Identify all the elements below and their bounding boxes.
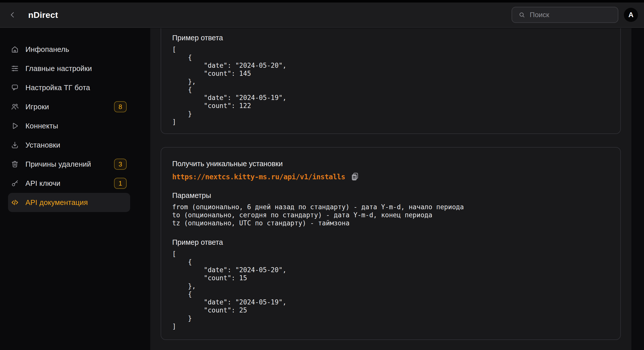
card-example-response: Пример ответа [ { "date": "2024-05-20", … [161,28,621,134]
sidebar-item-api-docs[interactable]: API документация [8,193,130,212]
app-header: nDirect A [0,3,644,28]
main-content: Пример ответа [ { "date": "2024-05-20", … [150,28,631,350]
chevron-left-icon [8,11,17,19]
players-count-badge: 8 [114,101,127,112]
home-icon [10,45,19,54]
avatar[interactable]: A [624,8,638,22]
sidebar-item-label: Главные настройки [25,64,92,73]
endpoint-url-row: https://nextcs.kitty-ms.ru/api/v1/instal… [172,172,609,182]
back-button[interactable] [7,9,18,20]
sidebar-item-label: Установки [25,141,60,149]
app-title: nDirect [28,10,58,20]
code-icon [10,198,19,207]
card-unique-installs: Получить уникальные установки https://ne… [161,147,621,340]
layout: Инфопанель Главные настройки Настройка Т… [0,28,644,350]
sidebar-item-label: Инфопанель [25,45,69,54]
sidebar-item-api-keys[interactable]: API ключи 1 [8,174,130,193]
endpoint-url[interactable]: https://nextcs.kitty-ms.ru/api/v1/instal… [172,173,345,181]
trash-icon [10,160,19,169]
sidebar-item-label: Настройка ТГ бота [25,84,90,92]
copy-icon [350,172,360,182]
params-code: from (опционально, 6 дней назад по станд… [172,203,609,227]
right-gutter [631,28,644,350]
download-icon [10,141,19,150]
response-example-label: Пример ответа [172,238,609,246]
search-icon [518,11,526,19]
sidebar-item-label: Причины удалений [25,160,91,168]
sidebar-item-connects[interactable]: Коннекты [8,116,130,135]
search-input-wrapper[interactable] [512,7,618,23]
key-icon [10,179,19,188]
sidebar-item-installs[interactable]: Установки [8,135,130,155]
sidebar-item-main-settings[interactable]: Главные настройки [8,59,130,78]
response-example-code: [ { "date": "2024-05-20", "count": 145 }… [172,45,609,126]
sidebar-item-label: API ключи [25,179,60,188]
sidebar-item-label: Игроки [25,103,49,111]
sidebar-item-tg-bot-settings[interactable]: Настройка ТГ бота [8,78,130,97]
response-example-label: Пример ответа [172,34,609,42]
sidebar-item-label: API документация [25,198,88,207]
search-input[interactable] [530,11,621,19]
copy-button[interactable] [350,171,360,182]
sidebar-item-dashboard[interactable]: Инфопанель [8,40,130,59]
delete-reasons-count-badge: 3 [114,159,127,170]
sidebar-item-delete-reasons[interactable]: Причины удалений 3 [8,155,130,174]
endpoint-title: Получить уникальные установки [172,160,609,168]
sidebar: Инфопанель Главные настройки Настройка Т… [0,28,150,350]
sliders-icon [10,64,19,73]
api-keys-count-badge: 1 [114,178,127,189]
play-icon [10,121,19,130]
params-label: Параметры [172,191,609,199]
response-example-code: [ { "date": "2024-05-20", "count": 15 },… [172,250,609,330]
chat-icon [10,83,19,92]
sidebar-item-players[interactable]: Игроки 8 [8,97,130,116]
top-strip [0,0,644,3]
users-icon [10,102,19,111]
sidebar-item-label: Коннекты [25,122,58,130]
